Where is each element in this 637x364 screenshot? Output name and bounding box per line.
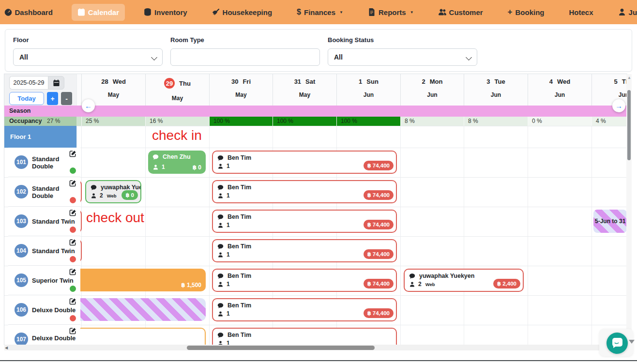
- nav-hotecx[interactable]: Hotecx: [563, 4, 599, 21]
- grid-line: [4, 126, 627, 126]
- chat-launcher-button[interactable]: [607, 333, 628, 354]
- nav-inventory[interactable]: Inventory: [138, 4, 193, 21]
- room-106: 106 Deluxe Double: [8, 295, 80, 325]
- chat-widget-icon: [607, 333, 628, 354]
- room-type-input[interactable]: [170, 48, 320, 66]
- arrow-left-icon: ←: [85, 102, 92, 110]
- zoom-out-button[interactable]: -: [61, 92, 72, 105]
- dashboard-icon: [4, 8, 12, 16]
- guest-count-icon: [217, 311, 224, 317]
- scroll-up-arrow-icon[interactable]: ▲: [627, 76, 631, 80]
- date-picker-input[interactable]: [9, 76, 48, 90]
- amount-badge: ฿ 0: [121, 190, 138, 200]
- room-number-badge: 106: [15, 303, 28, 317]
- booking-superior-rate-bar[interactable]: ฿ 1,500: [76, 269, 206, 291]
- day-header-1-sun: 1Sun Jun: [336, 74, 400, 106]
- nav-customer[interactable]: Customer: [433, 4, 489, 21]
- day-header-3-tue: 3Tue Jun: [464, 74, 528, 106]
- annotation-check-in: check in: [152, 128, 202, 143]
- nav-reports[interactable]: Reports ▼: [362, 4, 420, 21]
- chat-bubble-icon: [217, 155, 224, 161]
- guest-count-icon: [217, 281, 224, 288]
- guest-count-icon: [217, 193, 224, 199]
- booking-yuwaphak-checkin[interactable]: yuwaphak Yuekyen 2Web ฿ 0: [85, 180, 141, 203]
- guest-count-icon: [152, 164, 159, 170]
- occupancy-cell: 25 %: [81, 117, 145, 126]
- amount-badge: ฿ 74,400: [364, 308, 394, 318]
- season-row: Season: [4, 106, 627, 117]
- grid-line: [4, 325, 627, 325]
- room-104: 104 Standard Twin: [8, 236, 80, 266]
- floor-filter-label: Floor: [13, 36, 29, 44]
- booking-ben-tim-104[interactable]: Ben Tim 1 ฿ 74,400: [212, 239, 397, 262]
- floor-group-header[interactable]: Floor 1: [4, 126, 76, 148]
- arrow-right-icon: →: [615, 102, 622, 110]
- vertical-scrollbar[interactable]: ▲: [626, 74, 632, 345]
- chat-bubble-icon: [409, 273, 415, 279]
- nav-housekeeping[interactable]: Housekeeping: [206, 4, 278, 21]
- occupancy-cell: 100 %: [209, 117, 273, 126]
- booking-blocked-106[interactable]: [76, 298, 206, 321]
- occupancy-label: Occupancy: [9, 117, 42, 126]
- room-number-badge: 104: [15, 244, 28, 258]
- vertical-scrollbar-thumb[interactable]: [627, 90, 631, 160]
- grid-line: [4, 148, 627, 148]
- booking-orange-107[interactable]: [76, 328, 206, 345]
- booking-ben-tim-106[interactable]: Ben Tim 1 ฿ 74,400: [212, 298, 397, 321]
- zoom-in-button[interactable]: +: [47, 92, 58, 105]
- edit-room-icon[interactable]: [69, 150, 76, 157]
- room-105: 105 Superior Twin: [8, 266, 80, 295]
- navbar: HOTECX Dashboard Calendar Inventory Hous…: [0, 0, 637, 24]
- edit-room-icon[interactable]: [69, 298, 76, 305]
- floor-filter-select[interactable]: All: [13, 48, 163, 66]
- edit-room-icon[interactable]: [69, 268, 76, 275]
- nav-finances[interactable]: $ Finances ▼: [291, 3, 349, 21]
- edit-room-icon[interactable]: [69, 327, 76, 334]
- nav-calendar[interactable]: Calendar: [72, 4, 125, 21]
- edit-room-icon[interactable]: [69, 209, 76, 216]
- booking-status-filter-label: Booking Status: [328, 36, 374, 44]
- room-status-dot: [70, 256, 76, 262]
- booking-status-select[interactable]: All: [328, 48, 477, 66]
- room-number-badge: 103: [15, 214, 28, 228]
- occupancy-cell: 8 %: [400, 117, 464, 126]
- guest-count-icon: [217, 252, 224, 258]
- booking-ben-tim-107[interactable]: Ben Tim 1: [212, 328, 397, 345]
- room-102: 102 Standard Double: [8, 177, 80, 207]
- booking-ben-tim-103[interactable]: Ben Tim 1 ฿ 74,400: [212, 210, 397, 233]
- booking-ben-tim-102[interactable]: Ben Tim 1 ฿ 74,400: [212, 180, 397, 203]
- occupancy-cell: 0 %: [528, 117, 592, 126]
- horizontal-scrollbar[interactable]: ◀: [4, 345, 627, 350]
- grid-line: [4, 236, 627, 237]
- scroll-prev-button[interactable]: ←: [82, 99, 95, 112]
- amount-badge: ฿ 74,400: [364, 190, 394, 200]
- booking-chen-zhu[interactable]: Chen Zhu 1 ฿ 0: [148, 151, 206, 174]
- grid-line: [4, 295, 627, 296]
- date-picker-button[interactable]: [48, 76, 64, 90]
- scroll-left-arrow-icon[interactable]: ◀: [5, 346, 8, 350]
- scroll-next-button[interactable]: →: [612, 99, 625, 112]
- nav-booking[interactable]: + Booking: [502, 3, 550, 21]
- booking-long-stay[interactable]: 5-Jun to 31: [593, 210, 627, 233]
- user-icon: [618, 8, 626, 16]
- booking-ben-tim-101[interactable]: Ben Tim 1 ฿ 74,400: [212, 151, 397, 174]
- guest-count-icon: [217, 222, 224, 228]
- today-button[interactable]: Today: [9, 92, 44, 105]
- guest-count-icon: [217, 163, 224, 169]
- horizontal-scrollbar-thumb[interactable]: [187, 346, 375, 350]
- booking-ben-tim-105[interactable]: Ben Tim 1 ฿ 74,400: [212, 269, 397, 292]
- edit-room-icon[interactable]: [69, 180, 76, 187]
- calendar-panel: 28Wed May 29Thu May 30Fri May 31Sat May …: [4, 74, 627, 345]
- nav-dashboard[interactable]: Dashboard: [0, 4, 59, 21]
- edit-room-icon[interactable]: [69, 239, 76, 246]
- chat-collapse-arrow-icon[interactable]: [629, 340, 635, 344]
- chat-bubble-icon: [217, 273, 224, 279]
- amount-badge: ฿ 74,400: [364, 249, 394, 259]
- housekeeping-icon: [212, 8, 220, 16]
- nav-user-menu[interactable]: Jutharat ▼: [612, 4, 637, 21]
- occupancy-cell-partial: [76, 117, 81, 126]
- day-header-4-wed: 4Wed Jun: [528, 74, 592, 106]
- room-status-dot: [70, 197, 76, 203]
- guest-count-icon: [91, 193, 97, 199]
- booking-yuwaphak-june[interactable]: yuwaphak Yuekyen 2Web ฿ 2,400: [404, 269, 524, 292]
